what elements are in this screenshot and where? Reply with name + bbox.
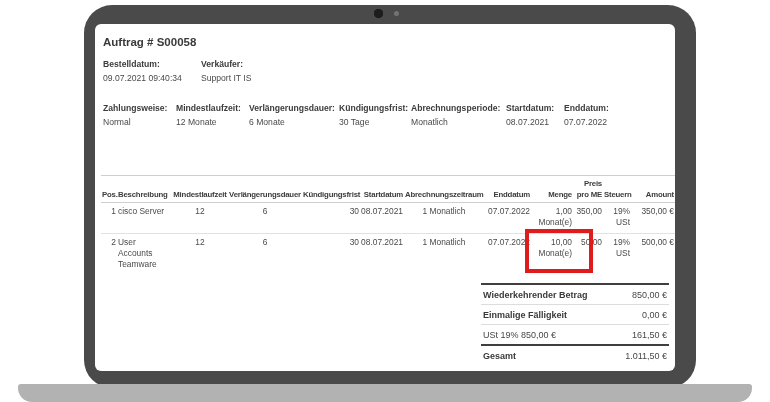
cell-beschreibung: cisco Server bbox=[117, 203, 172, 234]
totals-label: USt 19% 850,00 € bbox=[483, 330, 556, 340]
cell-enddatum: 07.07.2022 bbox=[484, 234, 531, 276]
field-label: Kündigungsfrist: bbox=[339, 101, 407, 115]
field-label: Mindestlaufzeit: bbox=[176, 101, 245, 115]
col-header-abrechnungszeitraum: Abrechnungszeitraum bbox=[404, 176, 484, 203]
cell-mindestlaufzeit: 12 bbox=[172, 203, 228, 234]
field-label: Abrechnungsperiode: bbox=[411, 101, 502, 115]
page-title: Auftrag # S00058 bbox=[103, 35, 669, 49]
field-abrechnungsperiode: Abrechnungsperiode: Monatlich bbox=[411, 101, 506, 129]
table-header-row: Pos. Beschreibung Mindestlaufzeit Verlän… bbox=[101, 176, 675, 203]
field-label: Zahlungsweise: bbox=[103, 101, 172, 115]
field-value: 07.07.2022 bbox=[564, 115, 665, 129]
cell-amount: 500,00 € bbox=[631, 234, 675, 276]
field-label: Enddatum: bbox=[564, 101, 665, 115]
totals-value: 0,00 € bbox=[642, 310, 667, 320]
cell-verlaengerungsdauer: 6 bbox=[228, 203, 302, 234]
col-header-startdatum: Startdatum bbox=[360, 176, 404, 203]
field-value: 30 Tage bbox=[339, 115, 407, 129]
menge-value: 10,00 Monat(e) bbox=[538, 237, 572, 258]
field-zahlungsweise: Zahlungsweise: Normal bbox=[103, 101, 176, 129]
cell-startdatum: 08.07.2021 bbox=[360, 203, 404, 234]
field-value: 6 Monate bbox=[249, 115, 335, 129]
table-row: 2 User Accounts Teamware 12 6 30 08.07.2… bbox=[101, 234, 675, 276]
cell-verlaengerungsdauer: 6 bbox=[228, 234, 302, 276]
field-label: Verlängerungsdauer: bbox=[249, 101, 335, 115]
field-value: 09.07.2021 09:40:34 bbox=[103, 71, 197, 85]
cell-startdatum: 08.07.2021 bbox=[360, 234, 404, 276]
field-value: Support IT IS bbox=[201, 71, 665, 85]
cell-pos: 2 bbox=[101, 234, 117, 276]
field-enddatum: Enddatum: 07.07.2022 bbox=[564, 101, 669, 129]
col-header-steuern: Steuern bbox=[603, 176, 631, 203]
webcam-icon bbox=[374, 9, 383, 18]
table-row: 1 cisco Server 12 6 30 08.07.2021 1 Mona… bbox=[101, 203, 675, 234]
totals-row-ust: USt 19% 850,00 € 161,50 € bbox=[481, 325, 669, 344]
cell-kuendigungsfrist: 30 bbox=[302, 234, 360, 276]
totals-label: Einmalige Fälligkeit bbox=[483, 310, 567, 320]
field-label: Verkäufer: bbox=[201, 57, 665, 71]
cell-menge: 1,00 Monat(e) bbox=[531, 203, 573, 234]
order-info-secondary: Zahlungsweise: Normal Mindestlaufzeit: 1… bbox=[103, 101, 669, 129]
totals-row-gesamt: Gesamt 1.011,50 € bbox=[481, 344, 669, 365]
totals-value: 161,50 € bbox=[632, 330, 667, 340]
cell-steuern: 19% USt bbox=[603, 234, 631, 276]
totals-value: 850,00 € bbox=[632, 290, 667, 300]
cell-mindestlaufzeit: 12 bbox=[172, 234, 228, 276]
cell-abrechnungszeitraum: 1 Monatlich bbox=[404, 203, 484, 234]
col-header-beschreibung: Beschreibung bbox=[117, 176, 172, 203]
field-label: Startdatum: bbox=[506, 101, 560, 115]
field-label: Bestelldatum: bbox=[103, 57, 197, 71]
cell-menge-highlighted: 10,00 Monat(e) bbox=[531, 234, 573, 276]
webcam-led-icon bbox=[394, 11, 399, 16]
cell-enddatum: 07.07.2022 bbox=[484, 203, 531, 234]
field-value: 12 Monate bbox=[176, 115, 245, 129]
col-header-preis-pro-me: Preis pro ME bbox=[573, 176, 603, 203]
laptop-base bbox=[18, 384, 752, 402]
cell-steuern: 19% USt bbox=[603, 203, 631, 234]
field-kuendigungsfrist: Kündigungsfrist: 30 Tage bbox=[339, 101, 411, 129]
col-header-enddatum: Enddatum bbox=[484, 176, 531, 203]
totals-section: Wiederkehrender Betrag 850,00 € Einmalig… bbox=[481, 283, 669, 365]
order-info-primary: Bestelldatum: 09.07.2021 09:40:34 Verkäu… bbox=[103, 57, 669, 85]
cell-kuendigungsfrist: 30 bbox=[302, 203, 360, 234]
col-header-mindestlaufzeit: Mindestlaufzeit bbox=[172, 176, 228, 203]
field-verkaeufer: Verkäufer: Support IT IS bbox=[201, 57, 669, 85]
laptop-mockup: Auftrag # S00058 Bestelldatum: 09.07.202… bbox=[0, 0, 770, 402]
totals-value: 1.011,50 € bbox=[625, 351, 667, 361]
cell-preis-pro-me: 350,00 bbox=[573, 203, 603, 234]
field-verlaengerungsdauer: Verlängerungsdauer: 6 Monate bbox=[249, 101, 339, 129]
cell-amount: 350,00 € bbox=[631, 203, 675, 234]
field-bestelldatum: Bestelldatum: 09.07.2021 09:40:34 bbox=[103, 57, 201, 85]
totals-row-einmalige-faelligkeit: Einmalige Fälligkeit 0,00 € bbox=[481, 305, 669, 325]
field-value: Monatlich bbox=[411, 115, 502, 129]
col-header-pos: Pos. bbox=[101, 176, 117, 203]
col-header-verlaengerungsdauer: Verlängerungsdauer bbox=[228, 176, 302, 203]
col-header-amount: Amount bbox=[631, 176, 675, 203]
line-items-table: Pos. Beschreibung Mindestlaufzeit Verlän… bbox=[101, 175, 675, 275]
field-mindestlaufzeit: Mindestlaufzeit: 12 Monate bbox=[176, 101, 249, 129]
totals-row-wiederkehrender-betrag: Wiederkehrender Betrag 850,00 € bbox=[481, 283, 669, 305]
cell-pos: 1 bbox=[101, 203, 117, 234]
col-header-kuendigungsfrist: Kündigungsfrist bbox=[302, 176, 360, 203]
cell-beschreibung: User Accounts Teamware bbox=[117, 234, 172, 276]
totals-label: Wiederkehrender Betrag bbox=[483, 290, 587, 300]
order-document: Auftrag # S00058 Bestelldatum: 09.07.202… bbox=[95, 24, 675, 371]
cell-abrechnungszeitraum: 1 Monatlich bbox=[404, 234, 484, 276]
laptop-screen: Auftrag # S00058 Bestelldatum: 09.07.202… bbox=[95, 24, 675, 371]
totals-label: Gesamt bbox=[483, 351, 516, 361]
cell-preis-pro-me: 50,00 bbox=[573, 234, 603, 276]
field-value: Normal bbox=[103, 115, 172, 129]
field-startdatum: Startdatum: 08.07.2021 bbox=[506, 101, 564, 129]
col-header-menge: Menge bbox=[531, 176, 573, 203]
field-value: 08.07.2021 bbox=[506, 115, 560, 129]
